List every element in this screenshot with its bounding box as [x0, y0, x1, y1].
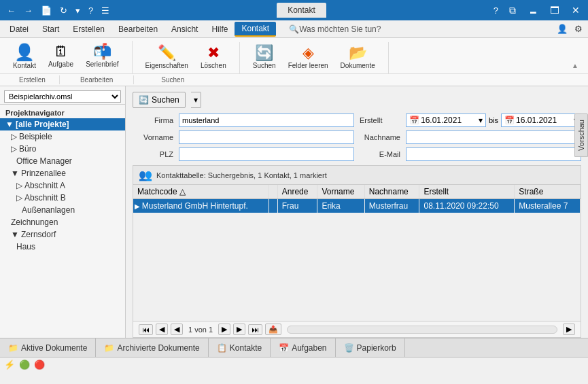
felder-leeren-icon: ◈	[302, 46, 314, 60]
menu-erstellen[interactable]: Erstellen	[66, 22, 111, 36]
col-matchcode[interactable]: Matchcode △	[133, 185, 269, 199]
ribbon-group-label-suchen: Suchen	[134, 75, 211, 84]
email-input[interactable]	[406, 147, 581, 161]
ribbon-btn-aufgabe[interactable]: 🗓 Aufgabe	[44, 41, 78, 72]
tab-aktive-dokumente-label: Aktive Dokumente	[21, 343, 87, 353]
screen-button[interactable]: ⧉	[505, 3, 520, 18]
history-button[interactable]: ▾	[73, 4, 83, 17]
aufgaben-icon: 📅	[279, 343, 289, 353]
menu-kontakt[interactable]: Kontakt	[235, 22, 276, 37]
sidebar-item-beispiele[interactable]: ▷ Beispiele	[0, 130, 125, 143]
expand-icon: ▷	[11, 132, 17, 141]
doc-button[interactable]: 📄	[38, 4, 54, 17]
next-page-btn[interactable]: ▶	[233, 324, 245, 335]
cell-vorname: Erika	[317, 199, 364, 213]
ribbon-btn-dokumente-label: Dokumente	[341, 62, 375, 70]
ribbon-group-suchen: 🔄 Suchen ◈ Felder leeren 📂 Dokumente	[240, 42, 389, 73]
status-red-icon[interactable]: 🔴	[34, 360, 45, 370]
help-circle-button[interactable]: ?	[86, 4, 96, 17]
sidebar-item-office-manager[interactable]: Office Manager	[0, 155, 125, 167]
first-page-btn[interactable]: ⏮	[139, 324, 153, 335]
tab-archivierte-dokumente[interactable]: 📁 Archivierte Dokumente	[96, 338, 208, 357]
next-btn[interactable]: ▶	[218, 324, 230, 335]
table-scroll-area[interactable]: Matchcode △ Anrede Vorname Nachname Erst…	[133, 185, 581, 321]
ribbon-btn-aufgabe-label: Aufgabe	[48, 60, 73, 69]
col-anrede[interactable]: Anrede	[277, 185, 317, 199]
table-row[interactable]: ▶ Musterland GmbH Hintertupf. Frau Erika…	[133, 199, 581, 213]
calendar-icon2: 📅	[504, 116, 515, 125]
tab-aktive-dokumente[interactable]: 📁 Aktive Dokumente	[0, 338, 96, 357]
col-erstellt[interactable]: Erstellt	[419, 185, 515, 199]
sidebar-item-label: Büro	[19, 144, 36, 154]
last-page-btn[interactable]: ⏭	[248, 324, 262, 335]
status-green-icon[interactable]: 🟢	[19, 360, 30, 370]
menu-hilfe[interactable]: Hilfe	[205, 22, 235, 36]
col-vorname[interactable]: Vorname	[317, 185, 364, 199]
ribbon-btn-loeschen[interactable]: ✖ Löschen	[196, 42, 231, 73]
menu-ansicht[interactable]: Ansicht	[165, 22, 205, 36]
sidebar-item-prinzenallee[interactable]: ▼ Prinzenallee	[0, 167, 125, 179]
sidebar-item-aussenanlagen[interactable]: Außenanlagen	[0, 204, 125, 216]
sidebar-item-abschnitt-a[interactable]: ▷ Abschnitt A	[0, 179, 125, 192]
horizontal-scrollbar[interactable]	[287, 326, 557, 334]
sidebar-item-buero[interactable]: ▷ Büro	[0, 143, 125, 155]
status-lightning-icon[interactable]: ⚡	[4, 360, 15, 370]
sidebar-item-zeichnungen[interactable]: Zeichnungen	[0, 216, 125, 228]
minimize-button[interactable]: 🗕	[524, 3, 542, 17]
nachname-input[interactable]	[406, 130, 581, 144]
ribbon-btn-eigenschaften[interactable]: ✏️ Eigenschaften	[141, 42, 193, 73]
export-btn[interactable]: 📤	[265, 324, 281, 335]
ribbon-btn-dokumente[interactable]: 📂 Dokumente	[336, 42, 380, 73]
expand-icon: ▼	[5, 120, 14, 129]
tab-papierkorb[interactable]: 🗑️ Papierkorb	[336, 338, 405, 357]
suchen-button[interactable]: 🔄 Suchen	[133, 92, 186, 108]
archive-select[interactable]: Beispielarchiv.omsl	[4, 90, 121, 103]
content-area: Vorschau 🔄 Suchen ▾ Firma Erstellt 📅 16.…	[126, 86, 588, 338]
prev-page-btn[interactable]: ◀	[156, 324, 168, 335]
erstellt-label: Erstellt	[360, 116, 383, 124]
ribbon-btn-serienbrief[interactable]: 📬 Serienbrief	[81, 41, 123, 72]
close-button[interactable]: ✕	[568, 3, 584, 17]
dokumente-icon: 📂	[349, 46, 367, 60]
refresh-button[interactable]: ↻	[57, 4, 70, 17]
vorname-input[interactable]	[179, 130, 354, 144]
erstellt-from-input[interactable]: 📅 16.01.2021 ▾	[406, 114, 486, 127]
eigenschaften-icon: ✏️	[158, 46, 176, 60]
firma-input[interactable]	[179, 114, 354, 127]
tab-aufgaben[interactable]: 📅 Aufgaben	[271, 338, 335, 357]
ribbon-btn-kontakt[interactable]: 👤 Kontakt	[8, 41, 41, 73]
back-button[interactable]: ←	[4, 4, 18, 17]
account-button[interactable]: 👤	[554, 22, 570, 35]
vorschau-tab[interactable]: Vorschau	[574, 114, 588, 157]
menu-search[interactable]: 🔍 Was möchten Sie tun?	[283, 22, 387, 36]
settings-button[interactable]: ⚙	[572, 22, 585, 35]
scroll-right-btn[interactable]: ▶	[563, 324, 575, 335]
menu-start[interactable]: Start	[35, 22, 66, 36]
sidebar-item-alle-projekte[interactable]: ▼ [alle Projekte]	[0, 118, 125, 130]
active-tab[interactable]: Kontakt	[277, 3, 326, 18]
ribbon-row: 👤 Kontakt 🗓 Aufgabe 📬 Serienbrief ✏️ Eig…	[0, 38, 588, 73]
ribbon-btn-suchen[interactable]: 🔄 Suchen	[248, 42, 281, 73]
menu-bearbeiten[interactable]: Bearbeiten	[111, 22, 165, 36]
ribbon-collapse-btn[interactable]: ▲	[568, 60, 583, 71]
extra-button[interactable]: ☰	[99, 4, 112, 17]
sidebar-item-haus[interactable]: Haus	[0, 241, 125, 253]
prev-btn[interactable]: ◀	[171, 324, 183, 335]
plz-input[interactable]	[179, 147, 354, 161]
cell-strasse: Musterallee 7	[515, 199, 581, 213]
erstellt-to-input[interactable]: 📅 16.01.2021 ▾	[501, 114, 581, 127]
col-nachname[interactable]: Nachname	[364, 185, 419, 199]
sidebar-item-abschnitt-b[interactable]: ▷ Abschnitt B	[0, 192, 125, 204]
suchen-btn-icon: 🔄	[139, 95, 149, 105]
suchen-dropdown-btn[interactable]: ▾	[191, 92, 201, 108]
bottom-tabs: 📁 Aktive Dokumente 📁 Archivierte Dokumen…	[0, 338, 588, 357]
tab-kontakte[interactable]: 📋 Kontakte	[209, 338, 271, 357]
ribbon-btn-felder-leeren[interactable]: ◈ Felder leeren	[283, 42, 333, 73]
help-button[interactable]: ?	[491, 4, 501, 17]
menu-datei[interactable]: Datei	[3, 22, 35, 36]
maximize-button[interactable]: 🗖	[546, 3, 564, 17]
forward-button[interactable]: →	[21, 4, 35, 17]
pagination: ⏮ ◀ ◀ 1 von 1 ▶ ▶ ⏭ 📤 ▶	[133, 321, 581, 337]
col-strasse[interactable]: Straße	[515, 185, 581, 199]
sidebar-item-zernsdorf[interactable]: ▼ Zernsdorf	[0, 228, 125, 241]
